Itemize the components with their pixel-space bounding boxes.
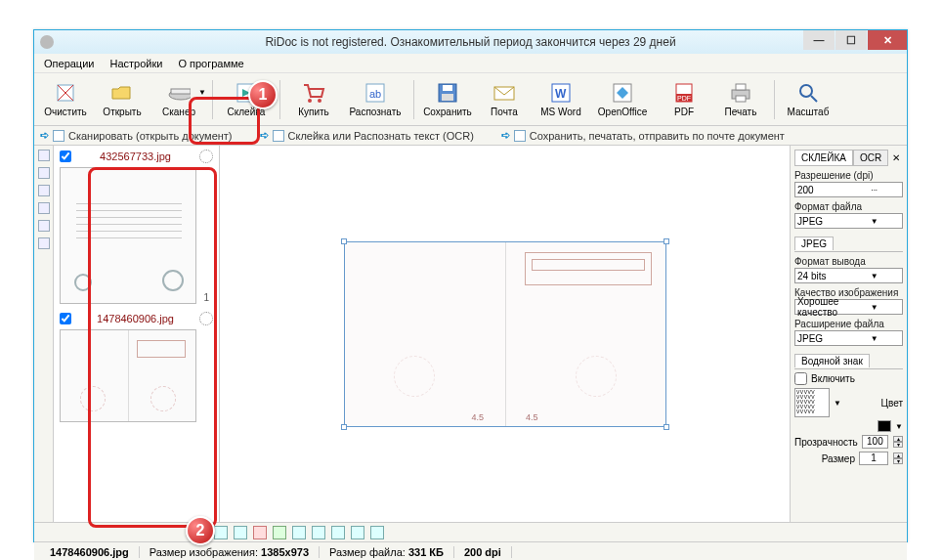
word-icon: W — [549, 81, 573, 105]
size-input[interactable]: 1 — [859, 452, 888, 465]
word-button[interactable]: W MS Word — [534, 76, 588, 123]
preview-page[interactable]: 4.5 4.5 — [344, 241, 666, 427]
format-select[interactable]: JPEG▼ — [794, 213, 903, 229]
svg-text:PDF: PDF — [677, 95, 691, 102]
hint-ocrglue: Склейка или Распознать текст (OCR) — [288, 130, 474, 142]
tool-icon[interactable] — [38, 167, 50, 179]
tab-glue[interactable]: СКЛЕЙКА — [794, 150, 853, 166]
print-button[interactable]: Печать — [713, 76, 768, 123]
color-swatch[interactable] — [878, 420, 891, 432]
close-panel-icon[interactable]: ✕ — [888, 152, 904, 163]
svg-rect-22 — [736, 84, 746, 90]
hint-scan: Сканировать (открыть документ) — [68, 130, 233, 142]
zoom-button[interactable]: Масштаб — [781, 76, 835, 123]
status-dpi: 200 dpi — [464, 546, 501, 558]
ocr-icon: ab — [364, 81, 387, 105]
save-icon — [436, 81, 459, 105]
pdf-icon: PDF — [672, 81, 696, 105]
tool-icon[interactable] — [273, 526, 286, 539]
tab-ocr[interactable]: OCR — [853, 150, 888, 166]
clear-button[interactable]: Очистить — [38, 76, 93, 123]
main-window: RiDoc is not registered. Ознакомительный… — [33, 29, 908, 542]
svg-text:W: W — [555, 87, 567, 101]
recognize-button[interactable]: ab Распознать — [343, 76, 407, 123]
thumb-checkbox[interactable] — [60, 151, 71, 162]
arrow-icon: ➪ — [40, 129, 49, 142]
save-button[interactable]: Сохранить — [420, 76, 475, 123]
openoffice-button[interactable]: OpenOffice — [590, 76, 655, 123]
gear-icon[interactable] — [199, 312, 213, 325]
hint-savesend: Сохранить, печатать, отправить по почте … — [530, 130, 785, 142]
close-button[interactable]: ✕ — [868, 30, 907, 50]
minimize-button[interactable]: — — [803, 30, 835, 50]
callout-badge-2: 2 — [186, 516, 215, 545]
tool-icon[interactable] — [214, 526, 228, 539]
mail-icon — [492, 81, 516, 105]
doc-icon — [514, 130, 526, 142]
tool-icon[interactable] — [38, 237, 50, 249]
app-icon — [40, 35, 54, 49]
thumb-checkbox[interactable] — [60, 313, 71, 324]
output-select[interactable]: 24 bits▼ — [794, 268, 903, 283]
hint-bar: ➪ Сканировать (открыть документ) ➪ Склей… — [34, 126, 907, 146]
doc-icon — [273, 130, 284, 142]
window-title: RiDoc is not registered. Ознакомительный… — [265, 35, 675, 49]
tool-icon[interactable] — [351, 526, 364, 539]
svg-line-25 — [811, 96, 817, 102]
dpi-label: Разрешение (dpi) — [794, 170, 903, 181]
menu-operations[interactable]: Операции — [38, 56, 100, 71]
wm-enable-checkbox[interactable] — [794, 372, 807, 385]
arrow-icon: ➪ — [260, 129, 269, 142]
mail-button[interactable]: Почта — [477, 76, 532, 123]
opacity-input[interactable]: 100 — [862, 435, 888, 449]
menu-about[interactable]: О программе — [172, 56, 249, 71]
menu-settings[interactable]: Настройки — [104, 56, 168, 71]
thumb-filename: 432567733.jpg — [75, 151, 195, 162]
status-bar: 1478460906.jpg Размер изображения: 1385x… — [34, 541, 907, 560]
buy-button[interactable]: Купить — [286, 76, 341, 123]
bottom-toolstrip — [34, 522, 907, 541]
svg-text:ab: ab — [369, 88, 381, 100]
format-label: Формат файла — [794, 201, 903, 212]
svg-rect-4 — [171, 89, 191, 94]
gear-icon[interactable] — [199, 150, 213, 163]
watermark-tab[interactable]: Водяной знак — [794, 354, 870, 367]
thumb-filename: 1478460906.jpg — [75, 313, 195, 324]
clear-icon — [54, 81, 77, 105]
svg-rect-23 — [736, 96, 746, 102]
open-button[interactable]: Открыть — [95, 76, 150, 123]
thumb-image[interactable]: 1 — [60, 167, 196, 304]
properties-panel: СКЛЕЙКА OCR ✕ Разрешение (dpi) 200··· Фо… — [790, 146, 907, 522]
tool-icon[interactable] — [38, 220, 50, 232]
tool-icon[interactable] — [38, 202, 50, 214]
vertical-toolstrip — [34, 146, 54, 522]
tool-icon[interactable] — [234, 526, 247, 539]
wm-pattern[interactable]: VVVVV VVVVV VVVVV VVVVV VVVVV — [794, 388, 830, 417]
callout-badge-1: 1 — [248, 80, 278, 109]
thumbnail-item[interactable]: 1478460906.jpg — [60, 312, 213, 422]
quality-select[interactable]: Хорошее качество▼ — [794, 299, 903, 315]
tool-icon[interactable] — [312, 526, 325, 539]
svg-point-24 — [800, 85, 812, 97]
svg-rect-13 — [442, 94, 453, 101]
maximize-button[interactable]: ☐ — [835, 30, 867, 50]
openoffice-icon — [611, 81, 634, 105]
tool-icon[interactable] — [331, 526, 345, 539]
svg-point-7 — [308, 99, 312, 103]
svg-point-8 — [318, 99, 321, 103]
thumb-image[interactable] — [60, 329, 196, 422]
cart-icon — [302, 81, 325, 105]
tool-icon[interactable] — [38, 150, 50, 161]
tool-icon[interactable] — [292, 526, 306, 539]
thumbnail-panel: 432567733.jpg 1 1478460906.jpg — [54, 146, 220, 522]
ext-select[interactable]: JPEG▼ — [794, 330, 903, 346]
dpi-field[interactable]: 200··· — [794, 182, 903, 197]
thumbnail-item[interactable]: 432567733.jpg 1 — [60, 150, 213, 304]
tool-icon[interactable] — [38, 185, 50, 196]
pdf-button[interactable]: PDF PDF — [657, 76, 711, 123]
doc-icon — [53, 130, 64, 142]
scanner-button[interactable]: Сканер ▼ — [151, 76, 206, 123]
tool-icon[interactable] — [370, 526, 384, 539]
tool-icon[interactable] — [253, 526, 267, 539]
jpeg-tab[interactable]: JPEG — [794, 237, 834, 250]
